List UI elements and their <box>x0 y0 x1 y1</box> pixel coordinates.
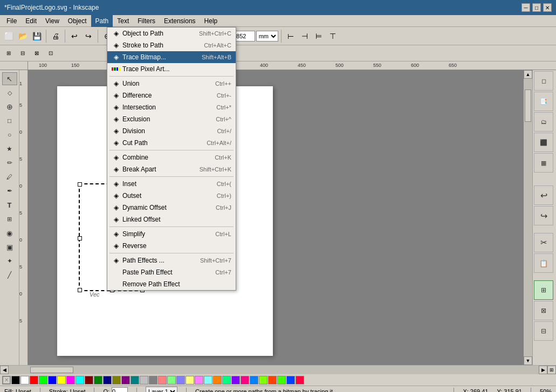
path-intersection[interactable]: ◈ Intersection Ctrl+* <box>107 101 236 113</box>
color-maroon[interactable] <box>85 376 93 384</box>
menu-text[interactable]: Text <box>113 15 133 27</box>
color-azure[interactable] <box>250 376 258 384</box>
zoom-tool[interactable]: ⊕ <box>2 100 17 113</box>
menu-view[interactable]: View <box>41 15 64 27</box>
color-lime[interactable] <box>39 376 47 384</box>
swatches-btn[interactable]: ▦ <box>534 153 553 173</box>
symbols-btn[interactable]: ⬛ <box>534 133 553 152</box>
menu-path[interactable]: Path <box>91 15 113 27</box>
path-outset[interactable]: ◈ Outset Ctrl+) <box>107 190 236 202</box>
xmleditor-btn[interactable]: ◻ <box>534 71 553 91</box>
node-tool[interactable]: ◇ <box>2 86 17 99</box>
color-pink[interactable] <box>195 376 203 384</box>
minimize-button[interactable]: ─ <box>521 3 530 12</box>
color-lightblue[interactable] <box>176 376 185 384</box>
color-red[interactable] <box>30 376 38 384</box>
undo-btn[interactable]: ↩ <box>68 30 81 43</box>
ellipse-tool[interactable]: ○ <box>2 128 17 141</box>
color-cyan[interactable] <box>75 376 84 384</box>
color-lightred[interactable] <box>158 376 167 384</box>
color-deeporange[interactable] <box>268 376 277 384</box>
tb2-btn3[interactable]: ⊠ <box>30 47 43 60</box>
menu-filters[interactable]: Filters <box>133 15 160 27</box>
measure-tool[interactable]: ╱ <box>2 269 17 281</box>
color-hotpink[interactable] <box>296 376 304 384</box>
scroll-down-btn[interactable]: ▼ <box>524 356 532 365</box>
color-royalblue[interactable] <box>286 376 295 384</box>
objects-btn[interactable]: 🗂 <box>534 112 553 132</box>
color-teal[interactable] <box>131 376 139 384</box>
menu-help[interactable]: Help <box>200 15 222 27</box>
color-yellow[interactable] <box>57 376 66 384</box>
tb2-btn1[interactable]: ⊞ <box>2 47 15 60</box>
scroll-thumb-v[interactable] <box>525 90 531 122</box>
rect-tool[interactable]: □ <box>2 114 17 127</box>
snap-btn[interactable]: ⊞ <box>534 280 553 300</box>
align-top-btn[interactable]: ⊤ <box>326 30 339 43</box>
path-difference[interactable]: ◈ Difference Ctrl+- <box>107 90 236 101</box>
path-combine[interactable]: ◈ Combine Ctrl+K <box>107 152 236 163</box>
menu-extensions[interactable]: Extensions <box>160 15 200 27</box>
close-button[interactable]: ✕ <box>543 3 552 12</box>
color-magenta[interactable] <box>66 376 75 384</box>
layers-btn[interactable]: 📑 <box>534 92 553 111</box>
color-white[interactable] <box>20 376 29 384</box>
tb2-btn4[interactable]: ⊡ <box>44 47 57 60</box>
text-tool[interactable]: T <box>2 198 17 211</box>
spray-tool[interactable]: ⊞ <box>2 212 17 225</box>
menu-object[interactable]: Object <box>64 15 91 27</box>
path-remove-effect[interactable]: Remove Path Effect <box>107 278 236 290</box>
fill-tool[interactable]: ◉ <box>2 226 17 239</box>
path-exclusion[interactable]: ◈ Exclusion Ctrl+^ <box>107 113 236 125</box>
cut-btn[interactable]: ✂ <box>534 233 553 252</box>
save-btn[interactable]: 💾 <box>30 30 43 43</box>
path-object-to-path[interactable]: ◈ Object to Path Shift+Ctrl+C <box>107 27 236 39</box>
path-effects[interactable]: ◈ Path Effects ... Shift+Ctrl+7 <box>107 255 236 266</box>
color-black[interactable] <box>11 376 20 384</box>
copy-btn[interactable]: 📋 <box>534 253 553 273</box>
scroll-up-btn[interactable]: ▲ <box>524 70 532 79</box>
align-left-btn[interactable]: ⊢ <box>284 30 297 43</box>
maximize-button[interactable]: □ <box>532 3 541 12</box>
color-green[interactable] <box>94 376 102 384</box>
print-btn[interactable]: 🖨 <box>49 30 62 43</box>
guide-btn[interactable]: ⊟ <box>534 321 553 341</box>
color-purple[interactable] <box>121 376 130 384</box>
color-blue[interactable] <box>48 376 57 384</box>
pen-tool[interactable]: 🖊 <box>2 170 17 183</box>
color-brightyellow[interactable] <box>277 376 286 384</box>
unit-select[interactable]: mm px in <box>256 31 278 42</box>
undo2-btn[interactable]: ↩ <box>534 185 553 205</box>
color-lightyellow[interactable] <box>186 376 194 384</box>
color-navy[interactable] <box>103 376 112 384</box>
scroll-left-btn[interactable]: ◀ <box>0 366 9 374</box>
pencil-tool[interactable]: ✏ <box>2 156 17 169</box>
redo-btn[interactable]: ↪ <box>82 30 95 43</box>
path-division[interactable]: ◈ Division Ctrl+/ <box>107 125 236 137</box>
new-btn[interactable]: ⬜ <box>2 30 15 43</box>
color-orange[interactable] <box>213 376 222 384</box>
color-lightcyan[interactable] <box>204 376 212 384</box>
no-color-swatch[interactable]: ✕ <box>2 376 11 384</box>
color-springgreen[interactable] <box>222 376 231 384</box>
scroll-thumb-h[interactable] <box>30 367 73 373</box>
color-silver[interactable] <box>140 376 148 384</box>
layer-select[interactable]: Layer 1 <box>146 387 177 393</box>
path-trace-pixel-art[interactable]: Trace Pixel Art... <box>107 63 236 75</box>
selector-tool[interactable]: ↖ <box>2 72 17 85</box>
gradient-tool[interactable]: ▣ <box>2 240 17 253</box>
path-trace-bitmap[interactable]: ◈ Trace Bitmap... Shift+Alt+B <box>107 51 236 63</box>
menu-edit[interactable]: Edit <box>21 15 41 27</box>
color-olive[interactable] <box>112 376 121 384</box>
path-union[interactable]: ◈ Union Ctrl++ <box>107 78 236 90</box>
path-dynamic-offset[interactable]: ◈ Dynamic Offset Ctrl+J <box>107 202 236 214</box>
tb2-btn2[interactable]: ⊟ <box>16 47 29 60</box>
color-gray[interactable] <box>149 376 157 384</box>
path-break-apart[interactable]: ◈ Break Apart Shift+Ctrl+K <box>107 163 236 175</box>
path-simplify[interactable]: ◈ Simplify Ctrl+L <box>107 228 236 240</box>
menu-file[interactable]: File <box>2 15 21 27</box>
path-cut-path[interactable]: ◈ Cut Path Ctrl+Alt+/ <box>107 137 236 149</box>
star-tool[interactable]: ★ <box>2 142 17 155</box>
align-right-btn[interactable]: ⊨ <box>312 30 325 43</box>
path-linked-offset[interactable]: ◈ Linked Offset <box>107 214 236 225</box>
